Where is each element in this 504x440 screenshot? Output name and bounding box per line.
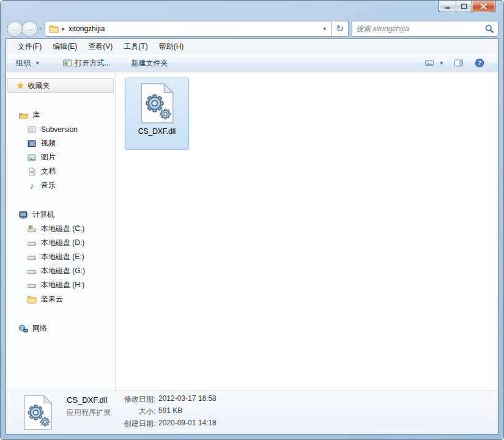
navigation-pane: ★ 收藏夹 库 Subversion 视频 bbox=[6, 72, 116, 390]
window-controls bbox=[439, 1, 495, 12]
computer-group: 计算机 本地磁盘 (C:) 本地磁盘 (D:) 本地磁盘 (E:) bbox=[6, 208, 115, 306]
sidebar-item-network[interactable]: 网络 bbox=[6, 321, 115, 336]
open-with-label: 打开方式... bbox=[75, 58, 111, 68]
documents-icon bbox=[27, 167, 37, 177]
search-icon[interactable] bbox=[484, 24, 494, 34]
network-group: 网络 bbox=[6, 321, 115, 336]
organize-dropdown-icon: ▾ bbox=[36, 60, 39, 66]
open-with-button[interactable]: 打开方式... bbox=[56, 56, 117, 70]
star-icon: ★ bbox=[17, 81, 24, 90]
new-folder-label: 新建文件夹 bbox=[132, 58, 168, 68]
sidebar-item-drive-h[interactable]: 本地磁盘 (H:) bbox=[6, 278, 115, 292]
sidebar-item-drive-e[interactable]: 本地磁盘 (E:) bbox=[6, 250, 115, 264]
sidebar-item-subversion[interactable]: Subversion bbox=[6, 122, 115, 136]
size-value: 591 KB bbox=[158, 406, 217, 417]
organize-label: 组织 bbox=[16, 58, 31, 68]
menu-tools[interactable]: 工具(T) bbox=[118, 39, 153, 54]
libraries-group: 库 Subversion 视频 图片 bbox=[6, 108, 115, 193]
favorites-label: 收藏夹 bbox=[28, 81, 50, 91]
minimize-button[interactable] bbox=[439, 1, 456, 12]
sidebar-item-jianguoyun[interactable]: 坚果云 bbox=[6, 292, 115, 306]
navigation-bar: ← → ▾ ▸ xitongzhijia ▾ ↻ bbox=[6, 19, 498, 38]
drive-h-label: 本地磁盘 (H:) bbox=[41, 280, 84, 290]
sidebar-item-libraries[interactable]: 库 bbox=[6, 108, 115, 122]
views-dropdown-icon: ▾ bbox=[440, 60, 443, 66]
help-icon bbox=[475, 58, 484, 68]
music-icon: ♪ bbox=[27, 181, 37, 191]
system-drive-icon bbox=[27, 224, 37, 234]
client-area: 文件(F) 编辑(E) 查看(V) 工具(T) 帮助(H) 组织 ▾ 打开方式.… bbox=[6, 38, 498, 435]
modified-date-value: 2012-03-17 16:58 bbox=[158, 394, 217, 405]
sidebar-item-pictures[interactable]: 图片 bbox=[6, 150, 115, 164]
new-folder-button[interactable]: 新建文件夹 bbox=[125, 56, 174, 70]
menu-help[interactable]: 帮助(H) bbox=[154, 39, 190, 54]
videos-label: 视频 bbox=[41, 138, 56, 148]
drive-icon bbox=[27, 252, 37, 262]
sidebar-item-drive-g[interactable]: 本地磁盘 (G:) bbox=[6, 264, 115, 278]
refresh-button[interactable]: ↻ bbox=[332, 21, 349, 37]
address-bar[interactable]: ▸ xitongzhijia ▾ bbox=[45, 21, 332, 37]
documents-label: 文档 bbox=[41, 166, 56, 177]
menu-view[interactable]: 查看(V) bbox=[83, 39, 118, 54]
pictures-label: 图片 bbox=[41, 152, 56, 163]
sidebar-item-documents[interactable]: 文档 bbox=[6, 164, 115, 178]
search-input[interactable] bbox=[356, 24, 484, 33]
breadcrumb-arrow-icon[interactable]: ▸ bbox=[62, 26, 65, 32]
views-icon bbox=[424, 58, 434, 68]
file-list-pane[interactable]: CS_DXF.dll bbox=[116, 72, 498, 390]
sidebar-item-music[interactable]: ♪ 音乐 bbox=[6, 178, 115, 193]
drive-c-label: 本地磁盘 (C:) bbox=[41, 224, 84, 234]
libraries-icon bbox=[18, 111, 28, 120]
explorer-window: ← → ▾ ▸ xitongzhijia ▾ ↻ 文件(F) 编辑(E) 查看(… bbox=[0, 0, 504, 440]
sidebar-item-videos[interactable]: 视频 bbox=[6, 136, 115, 150]
menu-bar: 文件(F) 编辑(E) 查看(V) 工具(T) 帮助(H) bbox=[6, 39, 498, 54]
details-properties: 修改日期: 2012-03-17 16:58 大小: 591 KB 创建日期: … bbox=[111, 394, 217, 429]
preview-pane-icon bbox=[454, 58, 464, 68]
size-label: 大小: bbox=[111, 406, 155, 417]
close-icon bbox=[480, 4, 487, 9]
library-icon bbox=[27, 125, 37, 134]
details-pane: CS_DXF.dll 应用程序扩展 修改日期: 2012-03-17 16:58… bbox=[6, 390, 498, 434]
open-with-icon bbox=[62, 58, 72, 68]
menu-edit[interactable]: 编辑(E) bbox=[47, 39, 83, 54]
close-button[interactable] bbox=[472, 1, 495, 12]
command-toolbar: 组织 ▾ 打开方式... 新建文件夹 ▾ bbox=[6, 54, 498, 72]
network-label: 网络 bbox=[32, 323, 47, 334]
libraries-label: 库 bbox=[32, 110, 40, 120]
created-date-value: 2020-09-01 14:18 bbox=[158, 419, 217, 429]
sidebar-item-favorites[interactable]: ★ 收藏夹 bbox=[7, 78, 114, 93]
maximize-button[interactable] bbox=[456, 1, 472, 12]
back-button[interactable]: ← bbox=[7, 21, 23, 37]
drive-icon bbox=[27, 238, 37, 248]
sidebar-item-drive-d[interactable]: 本地磁盘 (D:) bbox=[6, 236, 115, 250]
drive-icon bbox=[27, 266, 37, 276]
maximize-icon bbox=[461, 4, 467, 9]
organize-button[interactable]: 组织 ▾ bbox=[10, 56, 45, 70]
sidebar-item-computer[interactable]: 计算机 bbox=[6, 208, 115, 222]
forward-button[interactable]: → bbox=[21, 21, 38, 37]
recent-pages-dropdown[interactable]: ▾ bbox=[39, 26, 42, 32]
drive-d-label: 本地磁盘 (D:) bbox=[41, 238, 84, 248]
address-dropdown-icon[interactable]: ▾ bbox=[321, 26, 328, 32]
pictures-icon bbox=[27, 153, 37, 163]
content-row: ★ 收藏夹 库 Subversion 视频 bbox=[6, 72, 498, 390]
preview-pane-button[interactable] bbox=[453, 56, 465, 70]
drive-e-label: 本地磁盘 (E:) bbox=[41, 252, 84, 262]
change-view-button[interactable]: ▾ bbox=[423, 56, 444, 70]
forward-icon: → bbox=[26, 24, 34, 34]
folder-icon bbox=[27, 295, 37, 304]
breadcrumb[interactable]: xitongzhijia bbox=[69, 24, 105, 33]
sidebar-item-drive-c[interactable]: 本地磁盘 (C:) bbox=[6, 222, 115, 236]
network-icon bbox=[18, 324, 28, 334]
details-file-name: CS_DXF.dll bbox=[67, 395, 107, 405]
menu-file[interactable]: 文件(F) bbox=[12, 39, 47, 54]
videos-icon bbox=[27, 139, 37, 148]
folder-icon bbox=[49, 24, 59, 34]
jianguoyun-label: 坚果云 bbox=[41, 294, 63, 304]
computer-icon bbox=[18, 210, 28, 220]
search-box[interactable] bbox=[352, 21, 498, 37]
help-button[interactable] bbox=[473, 56, 486, 70]
file-name-label: CS_DXF.dll bbox=[138, 127, 176, 136]
drive-g-label: 本地磁盘 (G:) bbox=[41, 266, 85, 276]
file-item-selected[interactable]: CS_DXF.dll bbox=[125, 78, 189, 150]
